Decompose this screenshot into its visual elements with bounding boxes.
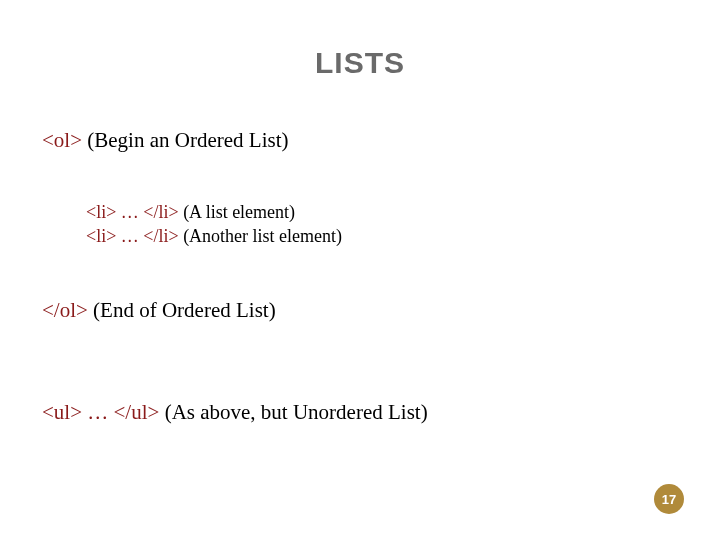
slide-title: LISTS: [0, 46, 720, 80]
li1-desc: (A list element): [179, 202, 295, 222]
slide: LISTS <ol> (Begin an Ordered List) <li> …: [0, 0, 720, 540]
ul-line: <ul> … </ul> (As above, but Unordered Li…: [42, 400, 428, 425]
ol-open-tag: <ol>: [42, 128, 82, 152]
li-element-2: <li> … </li> (Another list element): [86, 226, 342, 247]
li2-desc: (Another list element): [179, 226, 342, 246]
ul-desc: (As above, but Unordered List): [159, 400, 427, 424]
page-number: 17: [662, 492, 676, 507]
li-element-1: <li> … </li> (A list element): [86, 202, 295, 223]
page-number-badge: 17: [654, 484, 684, 514]
li2-tag: <li> … </li>: [86, 226, 179, 246]
ul-tag: <ul> … </ul>: [42, 400, 159, 424]
li1-tag: <li> … </li>: [86, 202, 179, 222]
ol-open-desc: (Begin an Ordered List): [82, 128, 288, 152]
ol-close-tag: </ol>: [42, 298, 88, 322]
ol-close-desc: (End of Ordered List): [88, 298, 276, 322]
ol-close-line: </ol> (End of Ordered List): [42, 298, 276, 323]
ol-open-line: <ol> (Begin an Ordered List): [42, 128, 288, 153]
